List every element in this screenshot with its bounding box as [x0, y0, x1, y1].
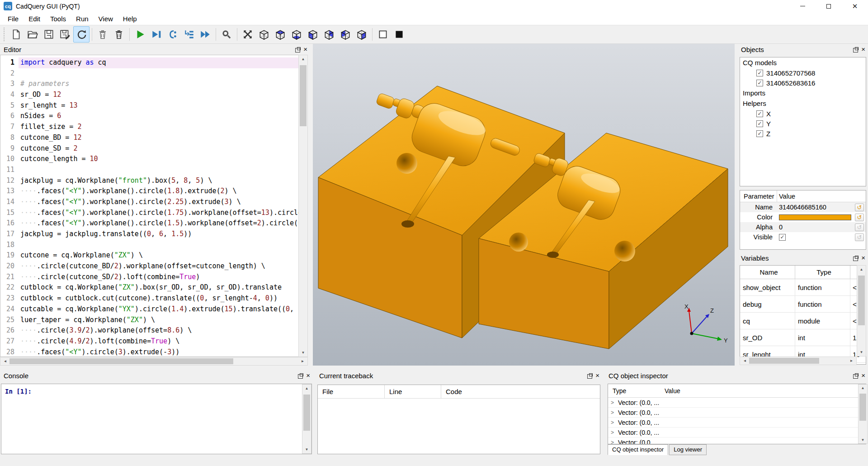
inspector-row[interactable]: >Vector: (0.0, ... — [608, 408, 866, 418]
inspector-vscrollbar[interactable]: ▲ ▼ — [858, 384, 868, 444]
traceback-float-icon[interactable] — [587, 373, 593, 378]
menu-view[interactable]: View — [94, 13, 118, 24]
code-line[interactable]: 25luer_taper = cq.Workplane("ZX") \ — [0, 315, 298, 326]
tree-item[interactable]: ✓3140652707568 — [740, 68, 866, 78]
expand-chevron-icon[interactable]: > — [611, 429, 615, 436]
scroll-up-icon[interactable]: ▲ — [859, 386, 867, 390]
variables-vscroll-thumb[interactable] — [858, 276, 865, 325]
expand-chevron-icon[interactable]: > — [611, 419, 615, 426]
code-line[interactable]: 2 — [0, 68, 298, 79]
open-file-button[interactable] — [24, 26, 41, 43]
scroll-down-icon[interactable]: ▼ — [857, 350, 866, 354]
code-line[interactable]: 27····.circle(4.9/2).loft(combine=True) … — [0, 336, 298, 347]
view-back-button[interactable] — [321, 26, 337, 43]
tree-item[interactable]: ✓Z — [740, 128, 866, 138]
variables-hscroll-thumb[interactable] — [749, 358, 819, 364]
code-line[interactable]: 4sr_OD = 12 — [0, 90, 298, 100]
editor-vscroll-thumb[interactable] — [300, 65, 307, 126]
inspector-vscroll-thumb[interactable] — [859, 394, 866, 421]
menu-edit[interactable]: Edit — [24, 13, 45, 24]
scroll-left-icon[interactable]: ◄ — [1, 357, 9, 365]
code-line[interactable]: 16····.faces("<Y").workplane().circle(1.… — [0, 218, 298, 229]
code-line[interactable]: 3# parameters — [0, 79, 298, 90]
menu-run[interactable]: Run — [71, 13, 94, 24]
console-close-icon[interactable]: × — [306, 373, 310, 378]
property-value[interactable]: ✓ — [777, 234, 855, 241]
tree-group-imports[interactable]: Imports — [740, 88, 866, 98]
code-line[interactable]: 10cutcone_length = 10 — [0, 154, 298, 165]
menu-help[interactable]: Help — [118, 13, 142, 24]
save-button[interactable] — [41, 26, 57, 43]
undo-button[interactable]: ↺ — [855, 223, 864, 231]
checkbox[interactable]: ✓ — [756, 120, 763, 127]
editor-hscroll-thumb[interactable] — [9, 358, 233, 364]
traceback-close-icon[interactable]: × — [595, 373, 599, 378]
code-line[interactable]: 14····.faces("<Y").workplane().circle(2.… — [0, 197, 298, 208]
new-file-button[interactable] — [8, 26, 24, 43]
code-line[interactable]: 5sr_lenght = 13 — [0, 100, 298, 111]
console-output[interactable]: In [1]: — [1, 384, 312, 454]
code-line[interactable]: 24cutcable = cq.Workplane("YX").circle(1… — [0, 304, 298, 315]
view-iso-button[interactable] — [256, 26, 272, 43]
undo-button[interactable]: ↺ — [855, 204, 864, 211]
debug-button[interactable] — [148, 26, 165, 43]
scroll-left-icon[interactable]: ◄ — [741, 357, 749, 365]
toolbar-handle[interactable] — [4, 28, 6, 41]
variables-vscrollbar[interactable]: ▲ ▼ — [857, 265, 866, 357]
editor-hscrollbar[interactable]: ◄ ► — [0, 357, 308, 366]
expand-chevron-icon[interactable]: > — [611, 409, 615, 416]
minimize-button[interactable] — [789, 0, 816, 12]
code-line[interactable]: 22cutblock = cq.Workplane("ZX").box(sr_O… — [0, 282, 298, 293]
tree-group-cq-models[interactable]: CQ models — [740, 57, 866, 68]
view-front-button[interactable] — [305, 26, 321, 43]
checkbox[interactable]: ✓ — [756, 130, 763, 137]
undo-button[interactable]: ↺ — [855, 214, 864, 221]
code-line[interactable]: 23cutblock = cutblock.cut(cutcone).trans… — [0, 293, 298, 304]
code-line[interactable]: 19cutcone = cq.Workplane("ZX") \ — [0, 250, 298, 261]
inspector-row[interactable]: >Vector: (0.0, ... — [608, 437, 866, 444]
code-line[interactable]: 6nSides = 6 — [0, 111, 298, 122]
checkbox[interactable]: ✓ — [756, 110, 763, 117]
inspect-object-button[interactable] — [218, 26, 235, 43]
clear-objects-button[interactable] — [94, 26, 111, 43]
code-line[interactable]: 12jackplug = cq.Workplane("front").box(5… — [0, 176, 298, 186]
property-value[interactable]: 3140646685160 — [777, 204, 855, 211]
tree-item[interactable]: ✓Y — [740, 119, 866, 128]
variable-row[interactable]: sr_ODint12 — [740, 329, 866, 346]
expand-chevron-icon[interactable]: > — [611, 439, 615, 445]
checkbox[interactable]: ✓ — [756, 70, 763, 76]
variables-hscrollbar[interactable]: ◄ ► — [740, 357, 857, 365]
code-line[interactable]: 17jackplug = jackplug.translate((0, 6, 1… — [0, 229, 298, 240]
maximize-button[interactable] — [816, 0, 842, 12]
console-float-icon[interactable] — [298, 373, 303, 378]
scroll-up-icon[interactable]: ▲ — [857, 267, 866, 271]
checkbox[interactable]: ✓ — [779, 234, 786, 241]
inspector-row[interactable]: >Vector: (0.0, ... — [608, 418, 866, 428]
variable-row[interactable]: cqmodule<m — [740, 313, 866, 329]
delete-objects-button[interactable] — [111, 26, 127, 43]
color-swatch[interactable] — [779, 214, 851, 220]
property-value[interactable] — [777, 214, 855, 220]
view-bottom-button[interactable] — [288, 26, 305, 43]
inspector-close-icon[interactable]: × — [861, 373, 865, 378]
objects-float-icon[interactable] — [853, 47, 859, 52]
code-line[interactable]: 8cutcone_BD = 12 — [0, 133, 298, 143]
scroll-down-icon[interactable]: ▼ — [302, 447, 311, 452]
variables-float-icon[interactable] — [853, 256, 859, 261]
toggle-shaded-button[interactable] — [391, 26, 407, 43]
tree-group-helpers[interactable]: Helpers — [740, 98, 866, 109]
tab-log-viewer[interactable]: Log viewer — [669, 444, 707, 455]
code-line[interactable]: 20····.circle(cutcone_BD/2).workplane(of… — [0, 261, 298, 272]
scroll-up-icon[interactable]: ▲ — [299, 57, 307, 61]
checkbox[interactable]: ✓ — [756, 80, 763, 86]
editor-close-icon[interactable]: × — [303, 47, 307, 52]
variable-row[interactable]: debugfunction<f — [740, 296, 866, 313]
code-line[interactable]: 11 — [0, 165, 298, 176]
console-vscrollbar[interactable]: ▲ ▼ — [302, 384, 311, 454]
code-line[interactable]: 1import cadquery as cq — [0, 57, 298, 68]
menu-tools[interactable]: Tools — [45, 13, 71, 24]
objects-close-icon[interactable]: × — [861, 47, 865, 52]
scroll-down-icon[interactable]: ▼ — [859, 438, 867, 442]
scroll-up-icon[interactable]: ▲ — [302, 386, 311, 390]
code-line[interactable]: 26····.circle(3.9/2).workplane(offset=8.… — [0, 325, 298, 336]
